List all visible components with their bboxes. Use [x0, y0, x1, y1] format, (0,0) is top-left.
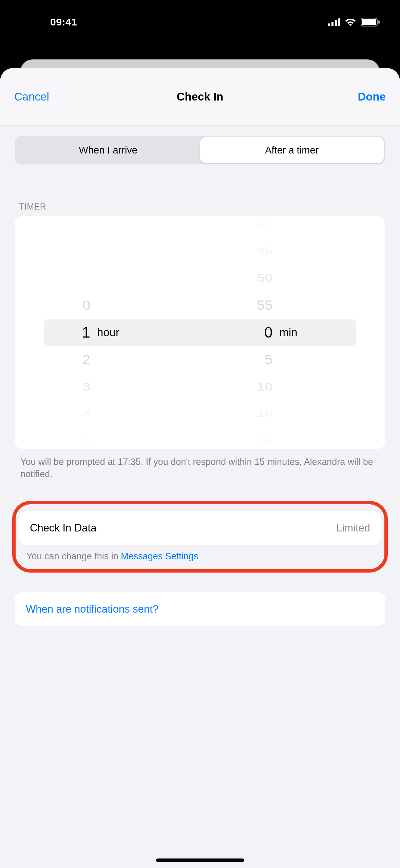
minute-option: 55: [200, 298, 275, 313]
battery-icon: [361, 18, 380, 26]
hour-selected: 1: [15, 324, 93, 341]
check-in-data-value: Limited: [336, 522, 370, 534]
svg-rect-2: [335, 20, 337, 26]
minute-option: 45: [200, 246, 275, 256]
hour-option: 0: [15, 298, 93, 313]
check-in-data-subtext: You can change this in Messages Settings: [26, 551, 374, 562]
notifications-info-label: When are notifications sent?: [26, 603, 158, 615]
done-button[interactable]: Done: [325, 90, 386, 103]
hour-wheel[interactable]: 0 1 hour 2 3 4 5: [15, 216, 200, 449]
status-time: 09:41: [20, 16, 77, 28]
segmented-control[interactable]: When I arrive After a timer: [15, 136, 385, 164]
minute-selected: 0: [200, 324, 275, 341]
messages-settings-link[interactable]: Messages Settings: [121, 551, 198, 561]
status-indicators: [328, 18, 380, 26]
notifications-info-row[interactable]: When are notifications sent?: [15, 592, 385, 626]
check-in-data-row[interactable]: Check In Data Limited: [19, 511, 381, 545]
segment-after-a-timer[interactable]: After a timer: [200, 137, 384, 163]
nav-bar: Cancel Check In Done: [0, 68, 400, 126]
hour-option: 3: [15, 380, 93, 393]
hour-option: 4: [15, 409, 93, 419]
status-bar: 09:41: [0, 0, 400, 44]
home-indicator[interactable]: [156, 858, 244, 862]
svg-rect-3: [338, 18, 340, 26]
minute-unit-label: min: [280, 326, 298, 339]
nav-title: Check In: [177, 90, 224, 103]
timer-picker[interactable]: 0 1 hour 2 3 4 5 40 45: [15, 216, 385, 449]
subtext-prefix: You can change this in: [26, 551, 121, 561]
minute-wheel[interactable]: 40 45 50 55 0 min 5 10 15 20: [200, 216, 385, 449]
segment-when-i-arrive[interactable]: When I arrive: [16, 137, 200, 163]
wifi-icon: [344, 18, 357, 26]
svg-rect-5: [362, 19, 376, 25]
svg-rect-0: [328, 23, 330, 26]
minute-option: 20: [200, 438, 275, 444]
hour-unit-label: hour: [97, 326, 119, 339]
hour-option: 5: [15, 438, 93, 444]
minute-option: 15: [200, 409, 275, 419]
cellular-icon: [328, 18, 340, 26]
svg-rect-6: [378, 20, 380, 24]
minute-option: 50: [200, 272, 275, 285]
minute-option: 40: [200, 220, 275, 227]
svg-rect-1: [331, 22, 334, 26]
modal-sheet: Cancel Check In Done When I arrive After…: [0, 68, 400, 868]
timer-section-header: TIMER: [19, 202, 381, 212]
minute-option: 10: [200, 380, 275, 393]
timer-footer-text: You will be prompted at 17:35. If you do…: [20, 456, 380, 481]
cancel-button[interactable]: Cancel: [14, 90, 75, 103]
check-in-data-label: Check In Data: [30, 522, 96, 534]
minute-option: 5: [200, 352, 275, 367]
hour-option: 2: [15, 352, 93, 367]
annotation-highlight: Check In Data Limited You can change thi…: [12, 501, 388, 573]
